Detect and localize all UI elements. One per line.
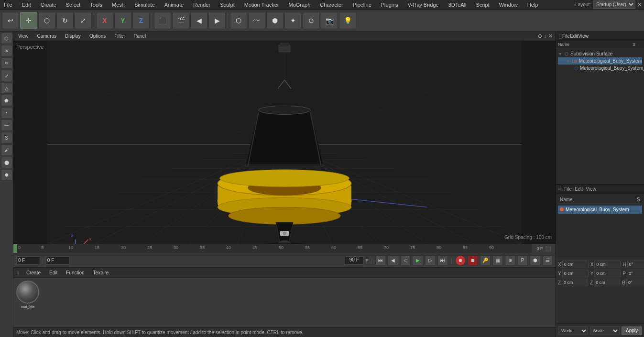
subdivide-button[interactable]: ⬢ [266, 12, 284, 29]
viewport-menu-view[interactable]: View [16, 33, 31, 40]
move-button[interactable]: ✛ [20, 12, 37, 29]
motion-mode-button[interactable]: P [517, 255, 528, 266]
scale-system-select[interactable]: Scale Size [590, 326, 620, 335]
undo-button[interactable]: ↩ [2, 12, 19, 29]
timeline-mode-button[interactable]: ☰ [542, 255, 553, 266]
render-next-button[interactable]: ▶ [208, 12, 226, 29]
step-forward-button[interactable]: ▷ [425, 255, 436, 266]
rotate-button[interactable]: ↻ [56, 12, 74, 29]
viewport-menu-panel[interactable]: Panel [132, 33, 148, 40]
go-end-button[interactable]: ⏭ [437, 255, 448, 266]
b-rot-input[interactable] [626, 279, 644, 286]
attr-menu-edit[interactable]: Edit [575, 186, 583, 192]
menu-vray[interactable]: V-Ray Bridge [406, 1, 441, 9]
mat-menu-texture[interactable]: Texture [91, 269, 111, 276]
render-frame-button[interactable]: 🎬 [172, 12, 189, 29]
obj-menu-file[interactable]: File [562, 33, 570, 39]
y-size-input[interactable] [594, 270, 621, 277]
menu-character[interactable]: Character [318, 1, 345, 9]
layout-close-icon[interactable]: ✕ [637, 1, 642, 8]
camera-button[interactable]: 📷 [321, 12, 338, 29]
left-tool-move[interactable]: ✕ [1, 45, 12, 56]
left-tool-weld[interactable]: ⬢ [1, 169, 12, 181]
menu-window[interactable]: Window [497, 1, 520, 9]
menu-create[interactable]: Create [39, 1, 58, 9]
auto-key-button[interactable]: ⏹ [468, 255, 478, 266]
left-tool-brush[interactable]: 🖌 [1, 144, 12, 156]
play-button[interactable]: ▶ [413, 255, 423, 266]
z-size-input[interactable] [594, 279, 620, 286]
h-rot-input[interactable] [627, 261, 644, 268]
x-size-input[interactable] [594, 261, 621, 268]
menu-motion-tracker[interactable]: Motion Tracker [242, 1, 281, 9]
viewport-menu-display[interactable]: Display [63, 33, 83, 40]
motion-solo-button[interactable]: ⬢ [530, 255, 540, 266]
left-tool-s[interactable]: S [1, 132, 12, 143]
attr-menu-view[interactable]: View [586, 186, 596, 192]
tree-buoy-system-c[interactable]: ⬡ Meteorological_Buoy_System_C [558, 65, 642, 72]
mat-menu-edit[interactable]: Edit [47, 269, 59, 276]
attr-menu-file[interactable]: File [564, 186, 572, 192]
mat-menu-function[interactable]: Function [64, 269, 86, 276]
menu-simulate[interactable]: Simulate [132, 1, 157, 9]
viewport-close-icon[interactable]: ✕ [548, 33, 553, 39]
left-tool-paint[interactable]: ⬤ [1, 157, 12, 168]
menu-mograph[interactable]: MoGraph [286, 1, 312, 9]
motion-record-button[interactable]: ⊕ [505, 255, 515, 266]
obj-menu-view[interactable]: View [578, 33, 589, 39]
y-pos-input[interactable] [562, 270, 589, 277]
start-frame-input[interactable] [45, 256, 69, 265]
deformer-button[interactable]: ✦ [284, 12, 302, 29]
timeline-ruler[interactable]: 0 5 10 15 20 25 30 35 40 45 50 55 60 65 … [17, 244, 532, 253]
current-frame-input[interactable] [16, 256, 40, 265]
left-tool-line[interactable]: — [1, 120, 12, 131]
step-back-button[interactable]: ◀ [388, 255, 398, 266]
x-axis-button[interactable]: X [96, 12, 113, 29]
record-button[interactable]: ⏺ [455, 255, 466, 266]
render-prev-button[interactable]: ◀ [190, 12, 207, 29]
apply-button[interactable]: Apply [622, 326, 642, 335]
p-rot-input[interactable] [627, 270, 644, 277]
viewport[interactable]: Perspective [13, 41, 556, 244]
cube-button[interactable]: ⬡ [230, 12, 247, 29]
left-tool-point[interactable]: • [1, 107, 12, 119]
light-button[interactable]: 💡 [339, 12, 356, 29]
z-pos-input[interactable] [562, 279, 588, 286]
menu-script[interactable]: Script [474, 1, 491, 9]
render-settings-button[interactable]: ⬛ [154, 12, 171, 29]
spline-button[interactable]: 〰 [248, 12, 265, 29]
menu-tools[interactable]: Tools [88, 1, 104, 9]
viewport-menu-filter[interactable]: Filter [112, 33, 127, 40]
menu-plugins[interactable]: Plugins [379, 1, 400, 9]
menu-render[interactable]: Render [191, 1, 212, 9]
go-start-button[interactable]: ⏮ [375, 255, 386, 266]
obj-menu-edit[interactable]: Edit [570, 33, 578, 39]
left-tool-select[interactable]: ⬡ [1, 33, 12, 44]
menu-file[interactable]: File [2, 1, 14, 9]
mat-menu-create[interactable]: Create [24, 269, 43, 276]
viewport-maximize-icon[interactable]: ⊕ [538, 33, 542, 39]
z-axis-button[interactable]: Z [132, 12, 150, 29]
menu-pipeline[interactable]: Pipeline [351, 1, 373, 9]
viewport-arrow-down-icon[interactable]: ↓ [544, 33, 547, 39]
tree-subdivision-surface[interactable]: ▼ ⬡ Subdivision Surface [558, 50, 642, 57]
left-tool-poly[interactable]: △ [1, 82, 12, 94]
tree-buoy-system[interactable]: ▼ L0 Meteorological_Buoy_System [558, 57, 642, 65]
viewport-menu-options[interactable]: Options [87, 33, 108, 40]
layout-select[interactable]: Startup (User) [593, 0, 635, 9]
material-item[interactable]: mat_Me [16, 281, 39, 309]
menu-edit[interactable]: Edit [20, 1, 33, 9]
left-tool-rotate[interactable]: ↻ [1, 57, 12, 69]
coord-system-select[interactable]: World Object [558, 326, 588, 335]
select-box-button[interactable]: ⬡ [38, 12, 55, 29]
scale-button[interactable]: ⤢ [75, 12, 92, 29]
x-pos-input[interactable] [562, 261, 589, 268]
effector-button[interactable]: ⊙ [303, 12, 320, 29]
timeline-end-icon[interactable]: ⬛ [545, 246, 551, 251]
y-axis-button[interactable]: Y [114, 12, 131, 29]
menu-sculpt[interactable]: Sculpt [218, 1, 237, 9]
selected-object-row[interactable]: Meteorological_Buoy_System [558, 206, 642, 214]
menu-3dtoall[interactable]: 3DToAll [447, 1, 469, 9]
viewport-menu-cameras[interactable]: Cameras [35, 33, 59, 40]
menu-help[interactable]: Help [525, 1, 540, 9]
